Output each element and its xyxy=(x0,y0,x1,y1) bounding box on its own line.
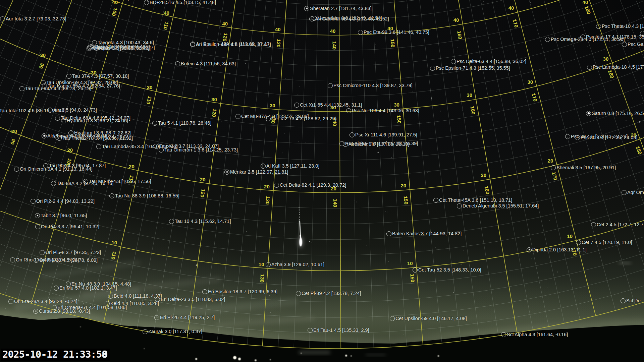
star-label[interactable]: Saturn 0.8 [175.16, 26.5 xyxy=(586,110,644,116)
star-marker-ring xyxy=(159,147,164,153)
star-label[interactable]: Tau Nu-38 3.9 [106.88, 16.55] xyxy=(109,193,179,199)
star-label[interactable]: Cet 7 4.5 [170.19, 11.0] xyxy=(576,239,632,245)
star-marker-ring xyxy=(266,116,271,121)
star-label[interactable]: Scl De xyxy=(621,298,641,304)
star-marker-ring xyxy=(575,135,580,140)
star-label[interactable] xyxy=(640,30,644,36)
star-label[interactable]: BD+28 516 4.5 [103.15, 41.48] xyxy=(144,0,216,5)
star-label[interactable]: Ori Omicron-9A 4.1 [91.13, 16.44] xyxy=(14,166,93,172)
star-label-text: Ain 3.5 [94.0, 24.73] xyxy=(53,107,97,113)
star-label[interactable]: Ari Epsilon-48B 4.6 [113.68, 37.47] xyxy=(190,42,271,48)
star-label[interactable]: Botein 4.3 [111.56, 34.63] xyxy=(175,61,236,67)
star-label[interactable]: Tau Tau-94A 4.3 [88.78, 26.19] xyxy=(19,85,91,92)
star-label[interactable]: Psc Delta-63 4.4 [156.88, 36.02] xyxy=(451,58,526,64)
star-label[interactable]: Psc Nu-106 4.4 [143.06, 30.63] xyxy=(346,108,419,114)
star-label[interactable]: Ori Pi2-2 4.4 [94.83, 13.22] xyxy=(31,198,95,204)
star-label[interactable]: Cet Upsilon-59 4.0 [146.17, 4.08] xyxy=(390,315,467,321)
star-label[interactable]: Eri Epsilon-18 3.7 [120.99, 6.39] xyxy=(202,289,277,295)
star-label[interactable]: Eri Delta-23 3.5 [118.83, 5.02] xyxy=(155,296,225,302)
star-label[interactable]: Scl Alpha 4.3 [161.64, -0.16] xyxy=(501,331,568,338)
star-label[interactable]: Ain 3.5 [94.0, 24.73] xyxy=(48,107,97,113)
star-label[interactable]: Tau 37A 4.3 [97.57, 30.18] xyxy=(66,73,129,79)
star-label[interactable]: Cet Delta-82 4.1 [129.3, 20.72] xyxy=(274,182,346,188)
star-marker-ring xyxy=(580,35,585,40)
star-label-text: Diphda 2.0 [163.13, 11.1] xyxy=(532,247,587,252)
star-label[interactable]: Cet Theta-45A 3.6 [151.13, 18.71] xyxy=(433,197,512,203)
star-label[interactable]: Tau 10 4.3 [115.62, 14.71] xyxy=(169,218,231,224)
star-label[interactable]: Psc Iota-17 4.1 [178.15, 35.9 xyxy=(580,34,644,40)
star-marker-ring xyxy=(430,66,435,71)
star-label[interactable]: Tau Mu-49 4.3 [102.6, 17.56] xyxy=(83,178,151,184)
star-label-text: Aur Iota-3 2.7 [79.03, 32.73] xyxy=(6,16,66,21)
star-label[interactable]: Psc Lambda-18 4.5 [177 xyxy=(587,64,644,70)
star-label-text: Alrescha 3.8 [137.83, 26.39] xyxy=(348,141,409,147)
star-label[interactable]: Psc Theta-10 4.3 [1 xyxy=(596,23,644,29)
allsky-camera-view: 4010040110401204013040140401504016040170… xyxy=(0,0,644,362)
star-label[interactable]: Ori Pi4-3 3.7 [96.41, 10.32] xyxy=(35,224,99,230)
star-label[interactable]: Shemali 3.5 [167.95, 20.91] xyxy=(551,165,616,171)
star-label[interactable]: Alrescha 3.8 [137.83, 26.39] xyxy=(343,141,409,147)
star-label[interactable]: Al Kaff 3.5 [127.11, 23.0] xyxy=(261,163,319,169)
star-label[interactable]: Ori Pi6-10 4.5 [96.78, 6.09] xyxy=(34,257,98,263)
star-marker-ring xyxy=(586,111,591,116)
star-label[interactable]: Deneb Algenubi 3.5 [155.51, 17.64] xyxy=(457,203,539,209)
star-label[interactable]: Psc Xi-111 4.6 [139.91, 27.5] xyxy=(350,132,417,138)
star-marker-ring xyxy=(175,61,180,66)
star-label[interactable]: Aur Iota-3 2.7 [79.03, 32.73] xyxy=(0,16,66,22)
star-label-text: Psc Delta-63 4.4 [156.88, 36.02] xyxy=(457,59,526,64)
star-label[interactable]: Eri Tau-1 4.5 [135.33, 2.9] xyxy=(308,327,369,333)
star-label[interactable]: Ari Gamma-5B 4.2 [132.48, 42.52] xyxy=(309,16,389,22)
star-label[interactable]: Cet Pi-89 4.2 [133.78, 7.24] xyxy=(296,290,361,296)
star-marker-ring xyxy=(52,305,57,310)
star-label-text: Baten Kaitos 3.7 [144.93, 14.82] xyxy=(392,231,462,236)
star-label[interactable]: Sheratan 2.7 [131.74, 43.83] xyxy=(304,5,372,11)
star-label-text: Sheratan 2.7 [131.74, 43.83] xyxy=(310,6,372,11)
star-label[interactable]: Cet Tau-52 3.5 [148.33, 10.0] xyxy=(413,267,481,273)
star-marker-ring xyxy=(105,301,110,306)
star-label[interactable]: Eri Mu-57 4.0 [102.1, 3.47] xyxy=(54,285,117,291)
star-label[interactable]: Psc 30 4.4 [172.36, 24.08] xyxy=(575,134,637,140)
star-marker-ring xyxy=(0,16,5,21)
star-label-text: Cet Delta-82 4.1 [129.3, 20.72] xyxy=(280,182,346,188)
star-label-text: Per Zeta-44A 2.5 [93.1 xyxy=(90,0,139,1)
star-label[interactable]: Tabit 3.2 [96.0, 11.65] xyxy=(35,213,87,219)
star-label[interactable]: Keid 4.4 [110.85, 3.28] xyxy=(105,300,159,306)
star-label-text: Tau Mu-49 4.3 [102.6, 17.56] xyxy=(89,179,151,184)
star-marker-ring xyxy=(144,0,149,5)
star-label[interactable]: Atlas 3.6 [99.85, 33.43] xyxy=(94,45,150,51)
star-label[interactable]: Menkar 2.5 [122.07, 21.81] xyxy=(224,169,288,175)
star-label[interactable]: Cet Xi2-73 4.3 [128.62, 29.29] xyxy=(266,116,336,122)
star-label[interactable]: Azha 3.9 [129.02, 10.61] xyxy=(266,261,324,267)
star-label[interactable]: Ori Pi5-8 3.7 [97.35, 7.23] xyxy=(40,249,101,255)
star-label[interactable]: Per Zeta-44A 2.5 [93.1 xyxy=(90,0,139,2)
star-label-text: Saturn 0.8 [175.16, 26.5 xyxy=(592,111,644,116)
star-marker-ring xyxy=(457,203,462,208)
star-label[interactable]: Beid 4.0 [111.18, 4.37] xyxy=(108,293,162,299)
star-label-text: Psc 30 4.4 [172.36, 24.08] xyxy=(581,135,637,140)
star-marker-ring xyxy=(96,144,101,149)
star-label-text: Scl Alpha 4.3 [161.64, -0.16] xyxy=(507,332,568,337)
star-label[interactable]: Eri Pi-26 4.4 [119.25, 2.7] xyxy=(154,314,215,320)
star-label[interactable]: Tau 5 4.1 [110.76, 26.46] xyxy=(152,120,211,126)
star-label[interactable]: Baten Kaitos 3.7 [144.93, 14.82] xyxy=(386,231,462,237)
star-dot xyxy=(306,8,308,9)
star-marker-ring xyxy=(83,179,88,184)
star-label[interactable]: Cet 2 4.5 [172.7, 12.7 xyxy=(591,222,643,228)
star-label[interactable]: Psc Gam xyxy=(622,41,644,47)
star-label[interactable]: Aqr Om xyxy=(622,189,644,195)
star-label-text: Ori Eta-28A 3.4 [93.24, -0.24] xyxy=(14,299,77,304)
star-label[interactable]: Ori Eta-28A 3.4 [93.24, -0.24] xyxy=(8,298,77,304)
star-label[interactable]: Psc Omicron-110 4.3 [139.87, 33.79] xyxy=(328,82,413,88)
timestamp-text: 2025-10-12 21:33:5 xyxy=(2,349,102,360)
star-label[interactable]: Zaurak 3.0 [117.31, 0.37] xyxy=(143,328,202,335)
star-label-text: Psc Xi-111 4.6 [139.91, 27.5] xyxy=(355,132,417,137)
star-label[interactable]: Psc Eta-99 3.6 [141.46, 40.75] xyxy=(358,29,429,35)
star-label[interactable]: Tau Omicron-1 3.6 [114.25, 23.73] xyxy=(159,147,238,153)
star-label[interactable]: Tau Theta2-78 3.4 [98.36, 21.92] xyxy=(57,135,133,141)
star-label-text: Eri Epsilon-18 3.7 [120.99, 6.39] xyxy=(208,289,277,294)
star-label[interactable]: Psc Epsilon-71 4.3 [152.55, 35.55] xyxy=(430,65,510,71)
star-label[interactable]: Hyadum II 3.8 [96.21, 24.06] xyxy=(61,118,128,124)
star-label-text: Hyadum II 3.8 [96.21, 24.06] xyxy=(67,118,128,123)
star-label[interactable]: Diphda 2.0 [163.13, 11.1] xyxy=(527,247,587,253)
star-label[interactable]: Cet Xi1-65 4.4 [132.45, 31.1] xyxy=(294,102,362,108)
